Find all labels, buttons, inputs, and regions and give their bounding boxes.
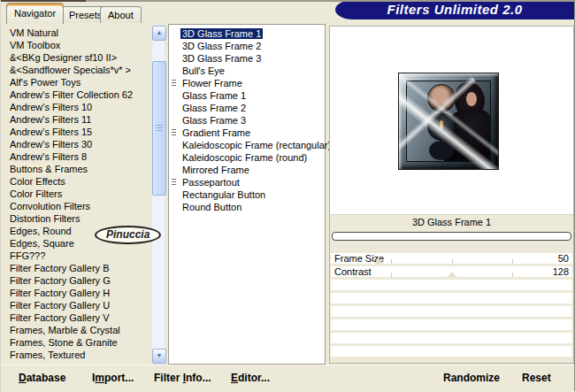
category-item[interactable]: Filter Factory Gallery G xyxy=(4,274,150,287)
category-item[interactable]: Buttons & Frames xyxy=(4,163,150,175)
parameter-empty-row xyxy=(331,293,572,304)
scrollbar-grip-icon xyxy=(156,125,163,132)
filter-item[interactable]: Kaleidoscopic Frame (round) xyxy=(169,151,325,164)
category-item[interactable]: Andrew's Filters 30 xyxy=(4,138,150,150)
scrollbar-thumb[interactable] xyxy=(152,61,166,196)
parameter-empty-row xyxy=(331,280,572,290)
category-item[interactable]: Andrew's Filter Collection 62 xyxy=(4,88,150,101)
category-item-label: &<Sandflower Specials*v* > xyxy=(8,65,133,75)
filters-unlimited-dialog: Navigator Presets About Filters Unlimite… xyxy=(0,0,575,391)
slider-tick xyxy=(452,259,453,264)
category-item-label: Andrew's Filters 30 xyxy=(8,139,94,150)
filter-item-label: Glass Frame 2 xyxy=(180,103,248,113)
filter-item[interactable]: Gradient Frame xyxy=(169,127,325,139)
watermark-text: Pinuccia xyxy=(95,226,161,244)
filter-item[interactable]: Bull's Eye xyxy=(169,65,325,77)
filter-item-label: Passepartout xyxy=(180,177,242,188)
filter-item[interactable]: Glass Frame 3 xyxy=(169,114,325,127)
parameter-slider-row[interactable]: Frame Size50 xyxy=(331,253,572,264)
category-item-label: VM Toolbox xyxy=(8,40,62,50)
category-item[interactable]: Filter Factory Gallery B xyxy=(4,262,150,274)
category-item-label: Andrew's Filter Collection 62 xyxy=(8,89,134,100)
scroll-up-button[interactable]: ▲ xyxy=(152,26,166,41)
category-item[interactable]: Andrew's Filters 15 xyxy=(4,126,150,138)
filter-item[interactable]: Rectangular Button xyxy=(169,188,325,201)
filter-item[interactable]: Mirrored Frame xyxy=(169,164,325,176)
label-part: E xyxy=(231,372,238,384)
preview-image xyxy=(398,73,499,170)
category-item[interactable]: Convolution Filters xyxy=(4,200,150,212)
filter-item[interactable]: Round Button xyxy=(169,201,325,213)
category-item[interactable]: Andrew's Filters 10 xyxy=(4,101,150,113)
category-item-label: FFG??? xyxy=(8,250,47,261)
database-button[interactable]: Database xyxy=(19,372,65,384)
slider-thumb-triangle[interactable] xyxy=(374,258,383,264)
category-item[interactable]: VM Natural xyxy=(4,27,150,39)
parameter-list: Frame Size50Contrast128 xyxy=(330,241,573,357)
slider-thumb-triangle[interactable] xyxy=(448,272,456,277)
filter-item[interactable]: 3D Glass Frame 2 xyxy=(169,40,325,52)
label-part: atabase xyxy=(27,372,66,384)
category-item[interactable]: Filter Factory Gallery V xyxy=(4,311,150,324)
filter-item-label: Rectangular Button xyxy=(180,189,267,200)
reset-button[interactable]: Reset xyxy=(522,372,551,384)
category-item-label: Alf's Power Toys xyxy=(8,77,82,88)
filter-item-label: 3D Glass Frame 1 xyxy=(180,28,263,39)
category-item[interactable]: Alf's Power Toys xyxy=(4,76,150,88)
filter-item[interactable]: Glass Frame 1 xyxy=(169,89,325,102)
category-item[interactable]: Frames, Textured xyxy=(4,349,150,361)
category-item[interactable]: &<Sandflower Specials*v* > xyxy=(4,64,150,76)
category-scrollbar[interactable]: ▲ ▼ xyxy=(151,25,165,365)
import-button[interactable]: Import... xyxy=(92,372,134,384)
category-item-label: Andrew's Filters 15 xyxy=(8,127,94,137)
footer-bar: Database Import... Filter Info... Editor… xyxy=(1,365,574,391)
category-item[interactable]: Frames, Stone & Granite xyxy=(4,336,150,349)
filter-item-label: Gradient Frame xyxy=(180,127,252,138)
randomize-button[interactable]: Randomize xyxy=(443,372,500,384)
scroll-down-button[interactable]: ▼ xyxy=(152,349,166,364)
filter-item-label: Mirrored Frame xyxy=(180,165,251,175)
filter-item-label: Round Button xyxy=(180,202,243,212)
filter-item[interactable]: Glass Frame 2 xyxy=(169,102,325,114)
category-item[interactable]: Frames, Marble & Crystal xyxy=(4,324,150,336)
category-item[interactable]: Filter Factory Gallery H xyxy=(4,287,150,299)
parameter-empty-row xyxy=(331,346,572,357)
category-item-label: Andrew's Filters 10 xyxy=(8,102,94,112)
filter-list: 3D Glass Frame 13D Glass Frame 23D Glass… xyxy=(168,24,326,365)
parameter-slider-row[interactable]: Contrast128 xyxy=(331,266,572,277)
label-part: D xyxy=(19,372,27,384)
label-part: nfo... xyxy=(186,372,211,384)
editor-button[interactable]: Editor... xyxy=(231,372,270,384)
filter-item[interactable]: 3D Glass Frame 1 xyxy=(169,27,325,40)
category-item[interactable]: Andrew's Filters 11 xyxy=(4,113,150,126)
tab-navigator[interactable]: Navigator xyxy=(6,3,64,24)
category-item-label: Filter Factory Gallery V xyxy=(8,312,111,323)
category-item[interactable]: Filter Factory Gallery U xyxy=(4,299,150,311)
category-item-label: &<BKg Designer sf10 II> xyxy=(8,52,119,63)
progress-bar-container xyxy=(330,230,573,241)
filter-info-button[interactable]: Filter Info... xyxy=(154,372,211,384)
filter-item[interactable]: Passepartout xyxy=(169,176,325,188)
category-item-label: Filter Factory Gallery G xyxy=(8,275,112,286)
grip-icon xyxy=(172,80,176,88)
category-item-label: Buttons & Frames xyxy=(8,164,89,174)
category-item[interactable]: FFG??? xyxy=(4,250,150,262)
category-item[interactable]: Color Effects xyxy=(4,175,150,188)
category-item[interactable]: VM Toolbox xyxy=(4,39,150,51)
grip-icon xyxy=(172,129,176,137)
category-item[interactable]: Color Filters xyxy=(4,188,150,200)
category-item-label: Filter Factory Gallery U xyxy=(8,300,111,311)
preview-figure-face xyxy=(466,92,477,106)
preview-panel: 3D Glass Frame 1 Frame Size50Contrast128 xyxy=(329,26,574,364)
category-item-label: Andrew's Filters 8 xyxy=(8,151,88,162)
filter-item[interactable]: Kaleidoscopic Frame (rectangular) xyxy=(169,139,325,151)
grip-icon xyxy=(172,179,176,187)
tab-about[interactable]: About xyxy=(100,6,142,23)
filter-item[interactable]: 3D Glass Frame 3 xyxy=(169,52,325,65)
filter-item-label: Bull's Eye xyxy=(180,65,226,76)
category-item[interactable]: &<BKg Designer sf10 II> xyxy=(4,51,150,64)
filter-item[interactable]: Flower Frame xyxy=(169,77,325,89)
category-item-label: Filter Factory Gallery B xyxy=(8,263,111,273)
category-item[interactable]: Distortion Filters xyxy=(4,212,150,225)
category-item[interactable]: Andrew's Filters 8 xyxy=(4,150,150,163)
